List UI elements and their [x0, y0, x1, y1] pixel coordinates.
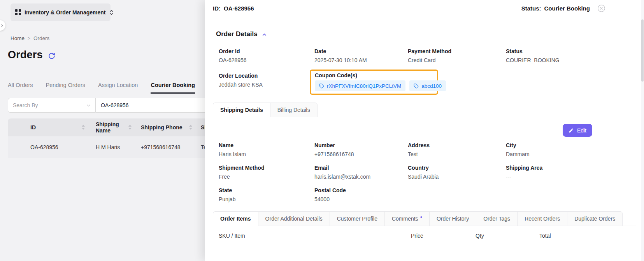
- breadcrumb-home[interactable]: Home: [11, 35, 25, 41]
- field-state: State Punjab: [219, 187, 314, 202]
- collapse-section-button[interactable]: [262, 32, 267, 37]
- tab-order-tags[interactable]: Order Tags: [476, 211, 518, 226]
- shipping-details-grid: Name Haris Islam Number +971568616748 Ad…: [219, 142, 636, 202]
- field-order-id: Order Id OA-628956: [219, 48, 314, 63]
- items-table-divider: [213, 245, 636, 245]
- refresh-button[interactable]: [48, 52, 55, 59]
- order-section-tab-bar: Order Items Order Additional Details Cus…: [213, 211, 636, 226]
- chevron-down-icon: [86, 103, 91, 108]
- drawer-header: ID: OA-628956 Status: Courier Booking: [205, 0, 644, 17]
- tab-billing-details[interactable]: Billing Details: [270, 103, 318, 117]
- column-header-shipping-name[interactable]: Shipping Name: [90, 121, 137, 134]
- tab-all-orders[interactable]: All Orders: [8, 82, 33, 94]
- drawer-status-value: Courier Booking: [544, 5, 590, 12]
- cell-order-id: OA-628956: [8, 144, 90, 150]
- breadcrumb-separator: >: [28, 36, 30, 41]
- coupon-codes-highlight: Coupon Code(s) rXhPFXVfmIC80rlQ1PxPCLtVM…: [310, 70, 438, 95]
- drawer-scrollbar[interactable]: [641, 0, 644, 261]
- tab-comments[interactable]: Comments •: [385, 211, 430, 226]
- tab-shipping-details[interactable]: Shipping Details: [213, 103, 270, 117]
- field-name: Name Haris Islam: [219, 142, 314, 157]
- field-city: City Dammam: [506, 142, 636, 157]
- items-column-sku: SKU / Item: [219, 233, 411, 239]
- breadcrumb-orders: Orders: [33, 35, 49, 41]
- search-by-select[interactable]: Search By: [8, 98, 96, 113]
- edit-button[interactable]: Edit: [563, 124, 592, 137]
- sorter-icon: [128, 125, 132, 130]
- items-column-price: Price: [411, 233, 476, 239]
- field-status: Status COURIER_BOOKING: [506, 48, 636, 63]
- field-shipment-method: Shipment Method Free: [219, 165, 314, 180]
- app-switcher[interactable]: Inventory & Order Management: [11, 3, 111, 21]
- tab-order-additional-details[interactable]: Order Additional Details: [258, 211, 330, 226]
- cell-shipping-phone: +971568616748: [137, 144, 198, 150]
- field-payment-method: Payment Method Credit Card: [408, 48, 506, 63]
- column-header-shipping-phone[interactable]: Shipping Phone: [137, 124, 198, 130]
- sidebar-expand-handle[interactable]: [0, 20, 5, 31]
- coupon-chip[interactable]: abcd100: [409, 80, 446, 91]
- grid-apps-icon: [15, 9, 21, 15]
- field-number: Number +971568616748: [314, 142, 408, 157]
- tab-duplicate-orders[interactable]: Duplicate Orders: [567, 211, 623, 226]
- order-details-grid: Order Id OA-628956 Date 2025-07-30 10:10…: [219, 48, 636, 95]
- close-drawer-button[interactable]: [597, 4, 605, 12]
- coupon-chip[interactable]: rXhPFXVfmIC80rlQ1PxPCLtVM: [315, 80, 405, 91]
- pencil-icon: [569, 128, 574, 133]
- tab-assign-location[interactable]: Assign Location: [98, 82, 138, 94]
- select-caret-icon: [109, 9, 114, 16]
- chevron-right-icon: [0, 24, 4, 28]
- scrollbar-thumb[interactable]: [641, 19, 644, 82]
- coupon-codes-label: Coupon Code(s): [315, 72, 433, 78]
- drawer-body: Order Details Order Id OA-628956 Date 20…: [205, 17, 644, 245]
- sorter-icon: [81, 125, 85, 130]
- tag-icon: [319, 84, 324, 89]
- tab-pending-orders[interactable]: Pending Orders: [46, 82, 85, 94]
- drawer-id-value: OA-628956: [224, 5, 254, 12]
- field-email: Email haris.islam@xstak.com: [314, 165, 408, 180]
- tab-order-items[interactable]: Order Items: [213, 211, 258, 226]
- tab-order-history[interactable]: Order History: [430, 211, 476, 226]
- items-column-total: Total: [539, 233, 636, 239]
- order-details-drawer: ID: OA-628956 Status: Courier Booking Or…: [205, 0, 644, 261]
- field-order-location: Order Location Jeddah store KSA: [219, 73, 314, 95]
- field-shipping-area: Shipping Area ---: [506, 165, 636, 180]
- drawer-id-label: ID:: [213, 5, 221, 12]
- column-header-id[interactable]: ID: [8, 124, 90, 130]
- tab-customer-profile[interactable]: Customer Profile: [330, 211, 385, 226]
- search-by-placeholder: Search By: [13, 102, 38, 108]
- cell-shipping-name: H M Haris: [90, 144, 137, 150]
- drawer-status-label: Status:: [521, 5, 541, 12]
- field-address: Address Test: [408, 142, 506, 157]
- comments-badge-dot: •: [420, 214, 422, 220]
- address-tab-bar: Shipping Details Billing Details: [213, 103, 636, 117]
- breadcrumb: Home > Orders: [11, 35, 49, 41]
- sorter-icon: [189, 125, 193, 130]
- app-switcher-label: Inventory & Order Management: [25, 9, 106, 16]
- field-country: Country Saudi Arabia: [408, 165, 506, 180]
- field-date: Date 2025-07-30 10:10 AM: [314, 48, 408, 63]
- page-title: Orders: [8, 49, 43, 61]
- order-details-title: Order Details: [216, 30, 258, 38]
- tab-courier-booking[interactable]: Courier Booking: [151, 82, 195, 94]
- tag-icon: [414, 84, 419, 89]
- order-items-table-header: SKU / Item Price Qty Total: [219, 233, 636, 239]
- items-column-qty: Qty: [476, 233, 539, 239]
- field-postal-code: Postal Code 54000: [314, 187, 408, 202]
- tab-recent-orders[interactable]: Recent Orders: [518, 211, 567, 226]
